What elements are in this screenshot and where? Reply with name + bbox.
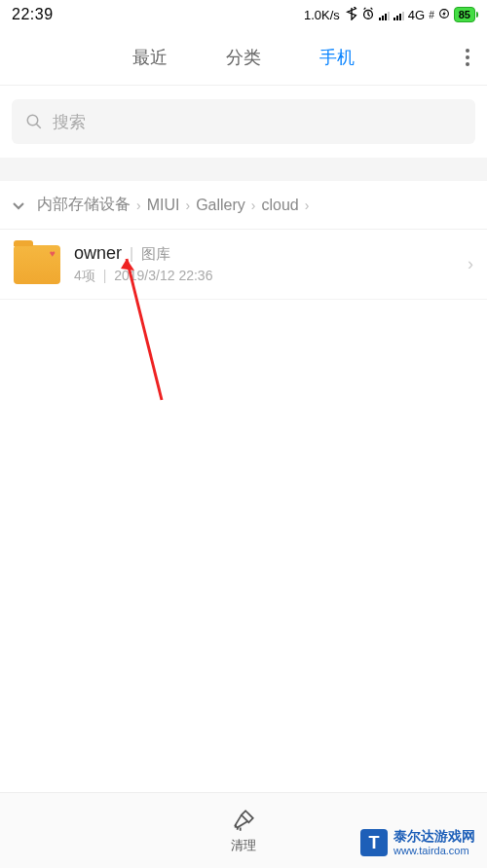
status-bar: 22:39 1.0K/s 4G # 85 xyxy=(0,0,487,29)
more-menu-icon[interactable] xyxy=(466,49,469,66)
charging-icon xyxy=(438,7,450,23)
watermark-name: 泰尔达游戏网 xyxy=(393,829,475,844)
alarm-icon xyxy=(361,7,375,23)
separator: | xyxy=(103,268,107,283)
svg-line-3 xyxy=(36,124,41,128)
battery-indicator: 85 xyxy=(454,7,475,22)
network-speed: 1.0K/s xyxy=(304,8,340,22)
breadcrumb-item-root[interactable]: 内部存储设备 xyxy=(37,195,131,215)
section-spacer xyxy=(0,158,487,181)
search-placeholder: 搜索 xyxy=(53,111,86,133)
signal-icon-2 xyxy=(393,9,404,20)
status-time: 22:39 xyxy=(12,6,54,23)
network-type: 4G xyxy=(408,8,425,22)
status-indicators: 1.0K/s 4G # 85 xyxy=(304,7,475,23)
search-icon xyxy=(25,113,43,130)
heart-icon: ♥ xyxy=(50,248,56,259)
separator: | xyxy=(130,245,133,263)
folder-icon: ♥ xyxy=(14,245,60,284)
broom-icon xyxy=(231,808,256,833)
watermark-url: www.tairda.com xyxy=(393,845,475,856)
chevron-down-icon[interactable] xyxy=(12,197,25,214)
signal-icon-1 xyxy=(379,9,390,20)
search-input[interactable]: 搜索 xyxy=(12,99,475,144)
watermark-logo: T xyxy=(360,829,388,856)
breadcrumb: 内部存储设备 › MIUI › Gallery › cloud › xyxy=(0,181,487,230)
breadcrumb-item-gallery[interactable]: Gallery xyxy=(196,197,245,214)
tab-recent[interactable]: 最近 xyxy=(132,46,168,69)
top-tabs: 最近 分类 手机 xyxy=(0,29,487,86)
folder-tag: 图库 xyxy=(141,245,170,264)
breadcrumb-item-cloud[interactable]: cloud xyxy=(261,197,298,214)
tab-phone[interactable]: 手机 xyxy=(319,46,355,69)
folder-info: owner | 图库 4项 | 2019/3/12 22:36 xyxy=(74,243,454,285)
clean-label: 清理 xyxy=(231,837,256,854)
folder-name: owner xyxy=(74,243,122,264)
chevron-right-icon: › xyxy=(305,198,310,213)
tab-category[interactable]: 分类 xyxy=(226,46,261,69)
chevron-right-icon: › xyxy=(185,198,190,213)
chevron-right-icon: › xyxy=(251,198,256,213)
chevron-right-icon: › xyxy=(136,198,141,213)
folder-date: 2019/3/12 22:36 xyxy=(114,268,212,283)
clean-button[interactable]: 清理 xyxy=(231,808,256,854)
hd-icon: # xyxy=(429,10,434,20)
search-container: 搜索 xyxy=(0,86,487,158)
bluetooth-icon xyxy=(346,7,357,23)
svg-point-2 xyxy=(27,115,38,126)
breadcrumb-item-miui[interactable]: MIUI xyxy=(147,197,180,214)
folder-count: 4项 xyxy=(74,268,95,283)
folder-row[interactable]: ♥ owner | 图库 4项 | 2019/3/12 22:36 › xyxy=(0,230,487,300)
watermark: T 泰尔达游戏网 www.tairda.com xyxy=(360,829,475,856)
chevron-right-icon: › xyxy=(468,254,473,274)
